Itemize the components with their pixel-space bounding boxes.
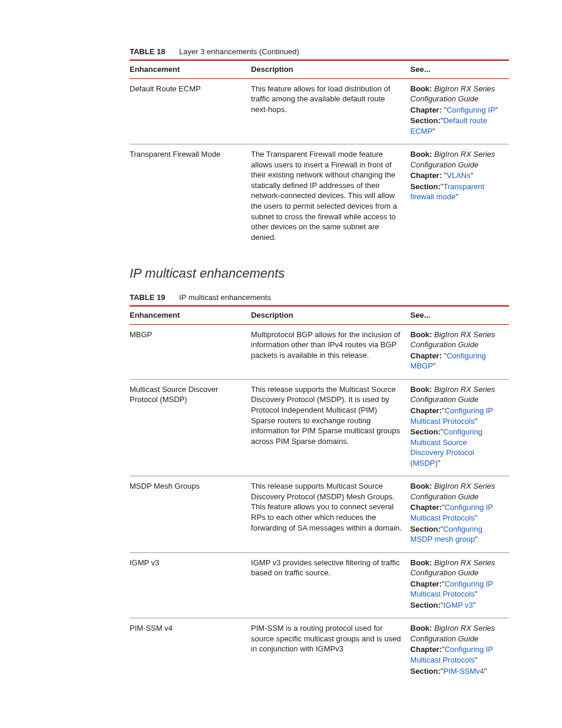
enhancement-cell: PIM-SSM v4 bbox=[130, 618, 251, 684]
description-cell: This release supports the Multicast Sour… bbox=[251, 379, 410, 476]
chapter-link[interactable]: VLANs bbox=[447, 171, 470, 180]
table19-header-row: Enhancement Description See... bbox=[130, 306, 509, 324]
table19-number: TABLE 19 bbox=[130, 293, 165, 302]
section-link[interactable]: IGMP v3 bbox=[443, 601, 472, 610]
table18: Enhancement Description See... Default R… bbox=[130, 60, 509, 249]
table19-title: IP multicast enhancements bbox=[179, 293, 271, 302]
enhancement-cell: MBGP bbox=[130, 324, 251, 379]
table19: Enhancement Description See... MBGP Mult… bbox=[130, 305, 509, 684]
table-row: IGMP v3 IGMP v3 provides selective filte… bbox=[130, 552, 509, 618]
description-cell: IGMP v3 provides selective filtering of … bbox=[251, 552, 410, 618]
table19-h3: See... bbox=[411, 306, 509, 324]
see-cell: Book: BigIron RX Series Configuration Gu… bbox=[411, 379, 509, 476]
description-cell: The Transparent Firewall mode feature al… bbox=[251, 144, 410, 249]
table18-title: Layer 3 enhancements (Continued) bbox=[179, 47, 299, 56]
enhancement-cell: IGMP v3 bbox=[130, 552, 251, 618]
enhancement-cell: MSDP Mesh Groups bbox=[130, 476, 251, 552]
chapter-link[interactable]: Configuring IP bbox=[447, 106, 495, 114]
section-link[interactable]: PIM-SSMv4 bbox=[443, 667, 484, 676]
description-cell: This feature allows for load distributio… bbox=[251, 78, 410, 144]
table-row: MSDP Mesh Groups This release supports M… bbox=[130, 476, 509, 552]
see-cell: Book: BigIron RX Series Configuration Gu… bbox=[411, 476, 509, 552]
see-cell: Book: BigIron RX Series Configuration Gu… bbox=[411, 618, 509, 684]
enhancement-cell: Multicast Source Discover Protocol (MSDP… bbox=[130, 379, 251, 476]
description-cell: This release supports Multicast Source D… bbox=[251, 476, 410, 552]
table-row: Default Route ECMP This feature allows f… bbox=[130, 78, 509, 144]
table18-header-row: Enhancement Description See... bbox=[130, 60, 509, 78]
table18-h2: Description bbox=[251, 60, 410, 78]
table-row: Transparent Firewall Mode The Transparen… bbox=[130, 144, 509, 249]
table-row: PIM-SSM v4 PIM-SSM is a routing protocol… bbox=[130, 618, 509, 684]
table18-h3: See... bbox=[411, 60, 509, 78]
enhancement-cell: Default Route ECMP bbox=[130, 78, 251, 144]
table19-h2: Description bbox=[251, 306, 410, 324]
table18-h1: Enhancement bbox=[130, 60, 251, 78]
see-cell: Book: BigIron RX Series Configuration Gu… bbox=[411, 552, 509, 618]
table18-number: TABLE 18 bbox=[130, 47, 165, 56]
table-row: Multicast Source Discover Protocol (MSDP… bbox=[130, 379, 509, 476]
table19-h1: Enhancement bbox=[130, 306, 251, 324]
table-row: MBGP Multiprotocol BGP allows for the in… bbox=[130, 324, 509, 379]
see-cell: Book: BigIron RX Series Configuration Gu… bbox=[411, 78, 509, 144]
section-heading: IP multicast enhancements bbox=[130, 266, 509, 281]
table19-caption: TABLE 19 IP multicast enhancements bbox=[130, 293, 509, 302]
table18-caption: TABLE 18 Layer 3 enhancements (Continued… bbox=[130, 47, 509, 56]
see-cell: Book: BigIron RX Series Configuration Gu… bbox=[411, 144, 509, 249]
description-cell: PIM-SSM is a routing protocol used for s… bbox=[251, 618, 410, 684]
description-cell: Multiprotocol BGP allows for the inclusi… bbox=[251, 324, 410, 379]
see-cell: Book: BigIron RX Series Configuration Gu… bbox=[411, 324, 509, 379]
enhancement-cell: Transparent Firewall Mode bbox=[130, 144, 251, 249]
